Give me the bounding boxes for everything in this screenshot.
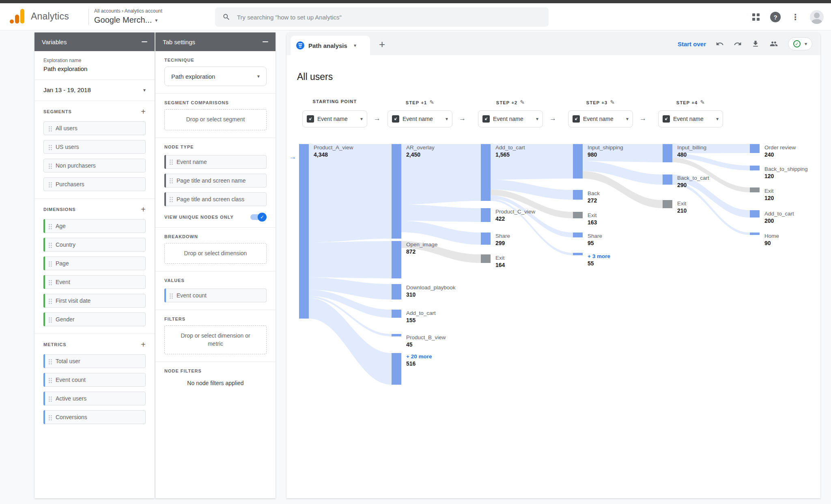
node-label: Exit	[764, 188, 774, 194]
drag-handle-icon[interactable]	[49, 415, 50, 416]
dimension-chip-age[interactable]: Age	[43, 219, 146, 233]
chip-label: Event count	[56, 377, 86, 383]
drag-handle-icon[interactable]	[49, 182, 50, 183]
drag-handle-icon[interactable]	[49, 317, 50, 319]
sankey-node-share[interactable]	[573, 233, 583, 237]
sankey-node-share[interactable]	[481, 233, 491, 245]
sankey-node-ar-overlay[interactable]	[392, 144, 401, 239]
sankey-flow[interactable]	[401, 205, 481, 222]
segment-chip-all-users[interactable]: All users	[43, 121, 146, 135]
search-input[interactable]: Try searching "how to set up Analytics"	[215, 7, 549, 27]
node-label[interactable]: + 20 more	[406, 353, 432, 360]
exploration-name-section[interactable]: Exploration name Path exploration	[34, 51, 155, 80]
sankey-node-order-review[interactable]	[750, 144, 760, 153]
sankey-node-add-to-cart[interactable]	[392, 310, 401, 318]
unique-nodes-toggle[interactable]: ✓	[250, 214, 265, 220]
sankey-node-add-to-cart[interactable]	[481, 144, 491, 201]
dimension-chip-country[interactable]: Country	[43, 238, 146, 252]
sankey-node-input-shipping[interactable]	[573, 144, 583, 179]
drag-handle-icon[interactable]	[170, 197, 171, 198]
drag-handle-icon[interactable]	[49, 299, 50, 300]
technique-dropdown[interactable]: Path exploration ▾	[164, 67, 267, 86]
collapse-icon[interactable]	[263, 41, 268, 42]
drag-handle-icon[interactable]	[49, 164, 50, 165]
sankey-flow[interactable]	[491, 199, 573, 255]
metric-chip-total-user[interactable]: Total user	[43, 354, 146, 368]
sankey-node-exit[interactable]	[663, 200, 672, 208]
drag-handle-icon[interactable]	[170, 293, 171, 295]
chip-label: Age	[56, 223, 66, 229]
filters-drop-zone[interactable]: Drop or select dimension or metric	[164, 325, 267, 354]
node-type-chip-page-title-and-screen-name[interactable]: Page title and screen name	[164, 174, 267, 187]
sankey-node-product-b-view[interactable]	[392, 334, 401, 336]
collapse-icon[interactable]	[142, 41, 147, 42]
sankey-flow[interactable]	[309, 144, 392, 242]
metric-chip-event-count[interactable]: Event count	[43, 373, 146, 387]
drag-handle-icon[interactable]	[49, 243, 50, 244]
sankey-node--20-more[interactable]	[392, 353, 401, 385]
node-value: 310	[406, 291, 416, 298]
avatar[interactable]	[810, 10, 824, 24]
apps-grid-icon[interactable]	[752, 13, 760, 21]
drag-handle-icon[interactable]	[49, 126, 50, 127]
dimension-chip-event[interactable]: Event	[43, 275, 146, 289]
dimension-chip-page[interactable]: Page	[43, 256, 146, 270]
chip-accent	[164, 174, 166, 187]
sankey-node-download-playbook[interactable]	[392, 284, 401, 299]
add-dimension-button[interactable]: +	[141, 205, 146, 213]
sankey-flow[interactable]	[491, 180, 573, 200]
drag-handle-icon[interactable]	[49, 145, 50, 146]
sankey-node-back[interactable]	[573, 190, 583, 200]
breakdown-drop-zone[interactable]: Drop or select dimension	[164, 243, 267, 264]
values-chip-event-count[interactable]: Event count	[164, 289, 267, 302]
path-sankey-chart[interactable]: Product_A_view4,348AR_overlay2,450Open_i…	[286, 32, 820, 498]
help-icon[interactable]: ?	[770, 12, 781, 22]
account-switcher[interactable]: Google Merch... ▾	[94, 15, 157, 25]
sankey-node-open-image[interactable]	[392, 241, 401, 278]
node-value: 120	[764, 173, 774, 179]
sankey-node-back-to-shipping[interactable]	[750, 166, 760, 170]
segment-chip-purchasers[interactable]: Purchasers	[43, 177, 146, 191]
chip-accent	[43, 256, 45, 270]
sankey-node-product-a-view[interactable]	[299, 144, 309, 319]
metric-chip-conversions[interactable]: Conversions	[43, 410, 146, 424]
drag-handle-icon[interactable]	[49, 396, 50, 398]
sankey-node-exit[interactable]	[750, 187, 760, 192]
node-value: 299	[495, 240, 505, 246]
sankey-node-exit[interactable]	[573, 212, 583, 218]
analytics-logo[interactable]: Analytics	[9, 8, 69, 24]
drag-handle-icon[interactable]	[49, 378, 50, 379]
breadcrumb[interactable]: All accounts › Analytics account	[94, 8, 162, 14]
metric-chip-active-users[interactable]: Active users	[43, 392, 146, 405]
sankey-node-input-billing[interactable]	[663, 144, 672, 162]
add-metric-button[interactable]: +	[141, 340, 146, 349]
chip-label: Page title and screen class	[177, 196, 244, 202]
drag-handle-icon[interactable]	[170, 178, 171, 179]
segment-drop-zone[interactable]: Drop or select segment	[164, 109, 267, 130]
drag-handle-icon[interactable]	[49, 261, 50, 263]
node-type-chip-event-name[interactable]: Event name	[164, 155, 267, 169]
sankey-node-home[interactable]	[750, 233, 760, 235]
node-label[interactable]: + 3 more	[588, 253, 610, 259]
sankey-node-exit[interactable]	[481, 254, 491, 263]
exploration-name-value[interactable]: Path exploration	[43, 65, 146, 72]
date-range-section[interactable]: Jan 13 - 19, 2018 ▾	[34, 80, 155, 101]
chevron-down-icon: ▾	[257, 73, 260, 79]
drag-handle-icon[interactable]	[170, 159, 171, 161]
drag-handle-icon[interactable]	[49, 280, 50, 281]
technique-section: TECHNIQUE Path exploration ▾	[155, 51, 276, 94]
dimension-chip-first-visit-date[interactable]: First visit date	[43, 294, 146, 308]
sankey-node-back-to-cart[interactable]	[663, 174, 672, 185]
sankey-node-add-to-cart[interactable]	[750, 210, 760, 218]
sankey-flow[interactable]	[309, 241, 392, 278]
segment-chip-non-purchasers[interactable]: Non purchasers	[43, 159, 146, 172]
sankey-node--3-more[interactable]	[573, 253, 583, 255]
add-segment-button[interactable]: +	[141, 108, 146, 116]
more-vertical-icon[interactable]: ⋮	[791, 12, 799, 22]
sankey-node-product-c-view[interactable]	[481, 208, 491, 222]
segment-chip-us-users[interactable]: US users	[43, 140, 146, 154]
node-type-chip-page-title-and-screen-class[interactable]: Page title and screen class	[164, 192, 267, 206]
dimension-chip-gender[interactable]: Gender	[43, 312, 146, 326]
drag-handle-icon[interactable]	[49, 359, 50, 360]
drag-handle-icon[interactable]	[49, 224, 50, 225]
